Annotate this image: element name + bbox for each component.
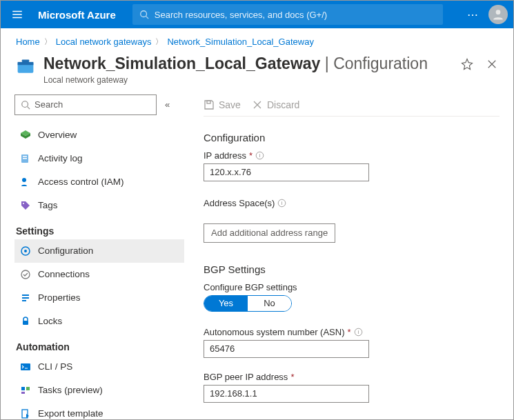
topbar: Microsoft Azure Search resources, servic… <box>1 1 513 28</box>
chevron-icon: 〉 <box>44 37 52 47</box>
nav-overview[interactable]: Overview <box>14 123 184 147</box>
breadcrumb: Home 〉 Local network gateways 〉 Network_… <box>1 28 513 51</box>
hamburger-icon <box>11 8 23 21</box>
brand: Microsoft Azure <box>38 9 116 21</box>
cli-icon <box>20 361 31 372</box>
star-icon <box>461 58 473 70</box>
section-configuration: Configuration <box>204 132 500 143</box>
nav-tags[interactable]: Tags <box>14 194 184 217</box>
export-icon <box>20 408 31 419</box>
favorite-button[interactable] <box>461 58 473 70</box>
svg-rect-20 <box>21 363 30 370</box>
content-pane: Save Discard Configuration IP address* i… <box>184 94 513 417</box>
svg-text:i: i <box>281 200 283 206</box>
save-button[interactable]: Save <box>204 99 241 110</box>
svg-rect-19 <box>23 321 28 325</box>
sidebar-search[interactable]: Search <box>14 94 157 115</box>
nav-properties[interactable]: Properties <box>14 286 184 310</box>
more-menu[interactable]: ⋯ <box>467 8 479 21</box>
add-address-range-button[interactable]: Add additional address range <box>204 223 335 243</box>
properties-icon <box>20 292 31 303</box>
svg-rect-17 <box>22 297 29 299</box>
save-icon <box>204 99 215 110</box>
toolbar: Save Discard <box>204 94 500 117</box>
hamburger-menu[interactable] <box>3 1 31 28</box>
resource-icon <box>16 57 35 76</box>
svg-rect-5 <box>22 59 30 62</box>
configuration-icon <box>20 246 31 257</box>
chevron-icon: 〉 <box>155 37 163 47</box>
close-icon <box>486 58 498 70</box>
svg-text:i: i <box>357 329 359 335</box>
svg-line-1 <box>146 17 148 19</box>
info-icon[interactable]: i <box>354 328 363 337</box>
address-spaces-label: Address Space(s) i <box>204 198 500 208</box>
info-icon[interactable]: i <box>277 199 286 208</box>
global-search[interactable]: Search resources, services, and docs (G+… <box>132 4 443 25</box>
configure-bgp-label: Configure BGP settings <box>204 282 500 292</box>
search-icon <box>139 10 149 19</box>
breadcrumb-item-current[interactable]: Network_Simulation_Local_Gateway <box>167 37 313 47</box>
svg-rect-10 <box>23 158 27 159</box>
page-title: Network_Simulation_Local_Gateway | Confi… <box>43 54 453 74</box>
lock-icon <box>20 316 31 327</box>
nav-cli-ps[interactable]: CLI / PS <box>14 355 184 379</box>
svg-point-6 <box>22 101 28 108</box>
toggle-no[interactable]: No <box>248 296 291 311</box>
svg-rect-4 <box>18 62 34 65</box>
asn-label: Autonomous system number (ASN)* i <box>204 327 500 337</box>
svg-line-7 <box>28 106 30 109</box>
connections-icon <box>20 269 31 280</box>
side-nav: Search « Overview Activity log Access co… <box>14 94 184 417</box>
collapse-nav-button[interactable]: « <box>165 99 170 110</box>
svg-rect-21 <box>21 387 25 390</box>
svg-rect-16 <box>22 294 29 296</box>
close-blade-button[interactable] <box>486 58 498 70</box>
svg-point-11 <box>22 178 26 182</box>
svg-rect-18 <box>22 300 26 301</box>
svg-text:i: i <box>259 152 261 159</box>
search-icon <box>21 100 30 110</box>
tasks-icon <box>20 385 31 396</box>
discard-button[interactable]: Discard <box>252 99 299 110</box>
nav-connections[interactable]: Connections <box>14 263 184 286</box>
overview-icon <box>20 130 31 141</box>
nav-section-automation: Automation <box>14 333 184 355</box>
page-subtitle: Local network gateway <box>43 75 453 85</box>
topbar-right: ⋯ <box>467 5 508 24</box>
svg-rect-25 <box>207 101 210 103</box>
title-row: Network_Simulation_Local_Gateway | Confi… <box>1 51 513 88</box>
tags-icon <box>20 200 31 211</box>
sidebar-search-placeholder: Search <box>34 99 63 110</box>
svg-rect-22 <box>26 387 30 390</box>
info-icon[interactable]: i <box>255 151 264 160</box>
access-control-icon <box>20 177 31 188</box>
svg-point-15 <box>21 270 30 279</box>
person-icon <box>491 8 505 21</box>
global-search-placeholder: Search resources, services, and docs (G+… <box>155 10 327 20</box>
asn-input[interactable] <box>204 340 369 358</box>
discard-icon <box>252 99 263 110</box>
breadcrumb-item-home[interactable]: Home <box>16 37 40 47</box>
svg-rect-9 <box>23 156 27 157</box>
nav-tasks[interactable]: Tasks (preview) <box>14 379 184 402</box>
bgp-peer-input[interactable] <box>204 385 369 403</box>
nav-export-template[interactable]: Export template <box>14 402 184 420</box>
nav-activity-log[interactable]: Activity log <box>14 147 184 170</box>
svg-point-14 <box>24 250 27 252</box>
breadcrumb-item-lng[interactable]: Local network gateways <box>56 37 152 47</box>
nav-configuration[interactable]: Configuration <box>14 239 184 263</box>
nav-access-control[interactable]: Access control (IAM) <box>14 170 184 194</box>
ip-address-label: IP address* i <box>204 150 500 161</box>
activity-log-icon <box>20 153 31 164</box>
configure-bgp-toggle[interactable]: Yes No <box>204 295 292 312</box>
toggle-yes[interactable]: Yes <box>204 296 248 311</box>
ip-address-input[interactable] <box>204 163 369 181</box>
svg-rect-23 <box>21 392 25 394</box>
nav-locks[interactable]: Locks <box>14 310 184 333</box>
svg-point-12 <box>23 203 24 204</box>
svg-point-0 <box>141 11 147 17</box>
section-bgp: BGP Settings <box>204 263 500 275</box>
avatar[interactable] <box>488 5 508 24</box>
nav-section-settings: Settings <box>14 217 184 239</box>
